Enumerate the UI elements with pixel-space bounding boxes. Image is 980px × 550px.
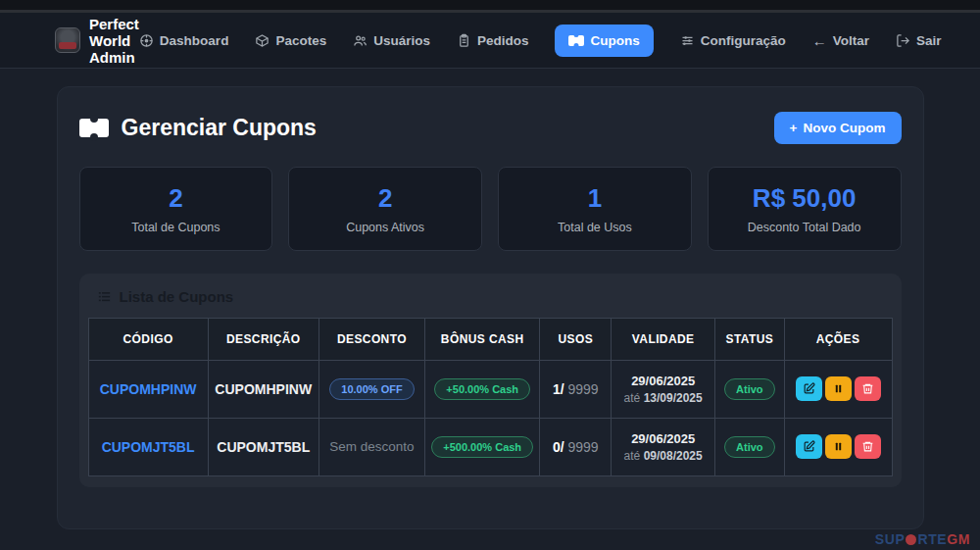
nav-label: Sair xyxy=(916,33,942,48)
col-usos: USOS xyxy=(540,318,612,360)
coupon-code: CUPOMHPINW xyxy=(88,360,208,418)
nav-label: Dashboard xyxy=(160,33,229,48)
coupons-panel: Gerenciar Cupons + Novo Cupom 2 Total de… xyxy=(57,86,924,529)
watermark-logo-icon xyxy=(906,534,916,545)
bonus-badge: +50.00% Cash xyxy=(434,378,530,400)
nav-item-pedidos[interactable]: Pedidos xyxy=(457,33,529,48)
coupons-list-card: Lista de Cupons CÓDIGO DESCRIÇÃO DESCONT… xyxy=(79,274,902,487)
col-descricao: DESCRIÇÃO xyxy=(208,318,318,360)
list-icon xyxy=(97,289,112,304)
stat-desconto-total: R$ 50,00 Desconto Total Dado xyxy=(708,167,902,251)
uses-cell: 0/ 9999 xyxy=(540,418,612,475)
nav-item-cupons[interactable]: Cupons xyxy=(555,25,653,57)
uses-current: 1/ xyxy=(553,381,564,397)
uses-current: 0/ xyxy=(553,439,564,455)
coupon-description: CUPOMJT5BL xyxy=(208,418,318,475)
nav-item-voltar[interactable]: ← Voltar xyxy=(812,33,869,48)
dashboard-icon xyxy=(139,33,154,48)
nav-label: Configuração xyxy=(701,33,786,48)
edit-button[interactable] xyxy=(796,434,822,459)
until-label: até xyxy=(624,449,641,463)
stat-total-cupons: 2 Total de Cupons xyxy=(79,167,273,251)
list-title: Lista de Cupons xyxy=(120,288,234,305)
plus-icon: + xyxy=(790,121,798,135)
table-row: CUPOMJT5BL CUPOMJT5BL Sem desconto +500.… xyxy=(88,418,892,475)
stats-row: 2 Total de Cupons 2 Cupons Ativos 1 Tota… xyxy=(79,167,902,251)
pause-icon xyxy=(832,382,845,395)
coupons-table: CÓDIGO DESCRIÇÃO DESCONTO BÔNUS CASH USO… xyxy=(88,318,893,476)
page-title: Gerenciar Cupons xyxy=(79,115,317,141)
nav-label: Pedidos xyxy=(477,33,529,48)
stat-cupons-ativos: 2 Cupons Ativos xyxy=(288,167,482,251)
nav-item-sair[interactable]: Sair xyxy=(896,33,942,48)
delete-button[interactable] xyxy=(855,434,881,459)
date-start: 29/06/2025 xyxy=(616,431,710,446)
logout-icon xyxy=(896,33,910,48)
pause-button[interactable] xyxy=(825,376,852,401)
stat-total-usos: 1 Total de Usos xyxy=(498,167,692,251)
page-title-text: Gerenciar Cupons xyxy=(122,115,317,141)
brand-title: Perfect World Admin xyxy=(89,16,139,66)
until-label: até xyxy=(624,391,641,405)
trash-icon xyxy=(861,440,874,453)
watermark-text: RTE xyxy=(917,531,947,547)
stat-value: 2 xyxy=(88,184,265,214)
stat-label: Total de Cupons xyxy=(88,221,265,234)
uses-cell: 1/ 9999 xyxy=(540,360,612,418)
ticket-icon xyxy=(568,35,584,46)
edit-icon xyxy=(803,440,815,453)
brand-logo xyxy=(55,27,80,53)
status-badge: Ativo xyxy=(724,378,775,400)
pause-icon xyxy=(832,440,845,453)
stat-value: 1 xyxy=(507,184,683,214)
uses-max: 9999 xyxy=(567,381,598,397)
nav-label: Pacotes xyxy=(275,33,326,48)
pause-button[interactable] xyxy=(825,434,852,459)
discount-badge: 10.00% OFF xyxy=(329,378,414,400)
stat-label: Desconto Total Dado xyxy=(716,221,893,234)
nav-label: Cupons xyxy=(590,33,639,48)
col-validade: VALIDADE xyxy=(612,318,715,360)
arrow-left-icon: ← xyxy=(812,33,827,48)
col-codigo: CÓDIGO xyxy=(88,318,208,360)
col-status: STATUS xyxy=(715,318,785,360)
col-desconto: DESCONTO xyxy=(318,318,424,360)
package-icon xyxy=(255,33,270,48)
stat-label: Total de Usos xyxy=(507,221,683,234)
status-badge: Ativo xyxy=(724,436,775,458)
bonus-badge: +500.00% Cash xyxy=(431,436,533,458)
list-header: Lista de Cupons xyxy=(79,274,902,318)
nav-menu: Dashboard Pacotes Usuários Pedidos Cupon… xyxy=(139,25,942,57)
window-top-strip xyxy=(0,0,980,10)
stat-value: R$ 50,00 xyxy=(716,184,893,214)
nav-item-dashboard[interactable]: Dashboard xyxy=(139,33,229,48)
nav-item-configuracao[interactable]: Configuração xyxy=(680,33,786,48)
watermark-text: GM xyxy=(947,531,970,547)
validity-cell: 29/06/2025 até 09/08/2025 xyxy=(612,418,715,475)
watermark: SUP RTE GM xyxy=(875,531,970,547)
nav-label: Voltar xyxy=(833,33,869,48)
stat-value: 2 xyxy=(297,184,473,214)
col-bonus-cash: BÔNUS CASH xyxy=(425,318,540,360)
sliders-icon xyxy=(680,33,695,48)
nav-item-usuarios[interactable]: Usuários xyxy=(353,33,430,48)
clipboard-icon xyxy=(457,33,471,48)
delete-button[interactable] xyxy=(855,376,881,401)
trash-icon xyxy=(861,382,874,395)
table-row: CUPOMHPINW CUPOMHPINW 10.00% OFF +50.00%… xyxy=(88,360,892,418)
ticket-icon xyxy=(79,119,109,137)
col-acoes: AÇÕES xyxy=(784,318,892,360)
watermark-text: SUP xyxy=(875,531,906,547)
users-icon xyxy=(353,33,368,48)
validity-cell: 29/06/2025 até 13/09/2025 xyxy=(612,360,715,418)
brand[interactable]: Perfect World Admin xyxy=(55,16,139,66)
edit-button[interactable] xyxy=(796,376,822,401)
row-actions xyxy=(790,376,887,401)
new-coupon-button[interactable]: + Novo Cupom xyxy=(774,112,902,144)
date-start: 29/06/2025 xyxy=(616,374,710,388)
table-header-row: CÓDIGO DESCRIÇÃO DESCONTO BÔNUS CASH USO… xyxy=(88,318,892,360)
nav-label: Usuários xyxy=(373,33,430,48)
row-actions xyxy=(790,434,887,459)
nav-item-pacotes[interactable]: Pacotes xyxy=(255,33,326,48)
coupon-description: CUPOMHPINW xyxy=(208,360,318,418)
